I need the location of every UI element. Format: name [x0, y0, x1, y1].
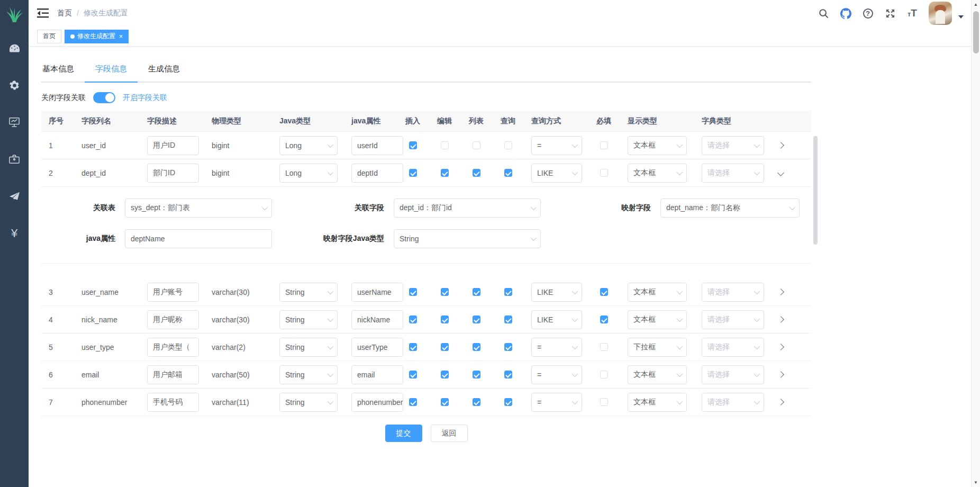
java-type-select[interactable]: String: [279, 365, 338, 384]
scrollbar-thumb[interactable]: [973, 11, 979, 53]
required-checkbox[interactable]: [600, 288, 608, 296]
edit-checkbox[interactable]: [441, 169, 449, 177]
dict-type-select[interactable]: 请选择: [702, 365, 764, 384]
html-type-select[interactable]: 下拉框: [628, 338, 687, 357]
search-button[interactable]: [814, 3, 832, 24]
required-checkbox[interactable]: [600, 371, 608, 378]
edit-checkbox[interactable]: [441, 398, 449, 406]
edit-checkbox[interactable]: [441, 141, 449, 149]
desc-input[interactable]: 用户昵称: [147, 310, 199, 329]
insert-checkbox[interactable]: [409, 141, 417, 149]
html-type-select[interactable]: 文本框: [628, 283, 687, 302]
query-checkbox[interactable]: [504, 398, 512, 406]
java-type-select[interactable]: Long: [279, 136, 338, 155]
edit-checkbox[interactable]: [441, 371, 449, 378]
edit-checkbox[interactable]: [441, 343, 449, 351]
close-icon[interactable]: ×: [119, 33, 123, 40]
help-button[interactable]: ?: [859, 3, 877, 24]
scroll-up-icon[interactable]: ▲: [972, 0, 980, 9]
html-type-select[interactable]: 文本框: [628, 136, 687, 155]
java-field-input[interactable]: userType: [351, 338, 403, 357]
list-checkbox[interactable]: [473, 141, 480, 149]
breadcrumb-home-link[interactable]: 首页: [57, 8, 72, 18]
list-checkbox[interactable]: [473, 371, 480, 378]
insert-checkbox[interactable]: [409, 343, 417, 351]
query-type-select[interactable]: =: [531, 338, 582, 357]
tag-home[interactable]: 首页: [37, 30, 61, 43]
required-checkbox[interactable]: [600, 141, 608, 149]
chevron-right-icon[interactable]: [777, 316, 784, 323]
required-checkbox[interactable]: [600, 169, 608, 177]
html-type-select[interactable]: 文本框: [628, 365, 687, 384]
required-checkbox[interactable]: [600, 343, 608, 351]
insert-checkbox[interactable]: [409, 169, 417, 177]
query-checkbox[interactable]: [504, 169, 512, 177]
java-field-input[interactable]: userName: [351, 283, 403, 302]
tab-1[interactable]: 字段信息: [85, 64, 138, 82]
avatar[interactable]: [929, 2, 952, 25]
github-link[interactable]: [837, 3, 855, 24]
query-type-select[interactable]: =: [531, 365, 582, 384]
map-java-type-select[interactable]: String: [394, 229, 541, 248]
java-type-select[interactable]: String: [279, 310, 338, 329]
chevron-right-icon[interactable]: [777, 399, 784, 405]
dict-type-select[interactable]: 请选择: [702, 283, 764, 302]
desc-input[interactable]: 部门ID: [147, 164, 199, 183]
table-scrollbar[interactable]: [813, 136, 818, 245]
query-type-select[interactable]: LIKE: [531, 283, 582, 302]
dict-type-select[interactable]: 请选择: [702, 338, 764, 357]
edit-checkbox[interactable]: [441, 288, 449, 296]
query-checkbox[interactable]: [504, 141, 512, 149]
sidebar-item-pay[interactable]: ¥: [0, 215, 29, 252]
map-field-select[interactable]: dept_name：部门名称: [660, 199, 800, 218]
fullscreen-button[interactable]: [881, 3, 899, 24]
hamburger-toggle-button[interactable]: [37, 8, 49, 19]
font-size-button[interactable]: тT: [903, 3, 921, 24]
java-field-input[interactable]: email: [351, 365, 403, 384]
rel-table-select[interactable]: sys_dept：部门表: [125, 199, 272, 218]
sidebar-item-guide[interactable]: [0, 178, 29, 215]
back-button[interactable]: 返回: [431, 425, 468, 442]
query-type-select[interactable]: LIKE: [531, 310, 582, 329]
chevron-right-icon[interactable]: [777, 371, 784, 378]
chevron-down-icon[interactable]: [958, 15, 964, 19]
list-checkbox[interactable]: [473, 343, 480, 351]
java-type-select[interactable]: Long: [279, 164, 338, 183]
query-checkbox[interactable]: [504, 371, 512, 378]
field-relation-switch[interactable]: [93, 92, 115, 103]
scroll-down-icon[interactable]: ▼: [972, 478, 980, 487]
java-field-input[interactable]: nickName: [351, 310, 403, 329]
dict-type-select[interactable]: 请选择: [702, 136, 764, 155]
query-type-select[interactable]: =: [531, 136, 582, 155]
insert-checkbox[interactable]: [409, 315, 417, 323]
rel-field-select[interactable]: dept_id：部门id: [394, 199, 541, 218]
query-type-select[interactable]: LIKE: [531, 164, 582, 183]
query-type-select[interactable]: =: [531, 393, 582, 412]
java-type-select[interactable]: String: [279, 283, 338, 302]
html-type-select[interactable]: 文本框: [628, 393, 687, 412]
dict-type-select[interactable]: 请选择: [702, 393, 764, 412]
desc-input[interactable]: 用户账号: [147, 283, 199, 302]
java-type-select[interactable]: String: [279, 393, 338, 412]
sidebar-item-monitor[interactable]: [0, 104, 29, 141]
list-checkbox[interactable]: [473, 288, 480, 296]
java-field-input[interactable]: userId: [351, 136, 403, 155]
required-checkbox[interactable]: [600, 315, 608, 323]
dict-type-select[interactable]: 请选择: [702, 164, 764, 183]
query-checkbox[interactable]: [504, 288, 512, 296]
desc-input[interactable]: 用户ID: [147, 136, 199, 155]
java-type-select[interactable]: String: [279, 338, 338, 357]
edit-checkbox[interactable]: [441, 315, 449, 323]
query-checkbox[interactable]: [504, 343, 512, 351]
query-checkbox[interactable]: [504, 315, 512, 323]
required-checkbox[interactable]: [600, 398, 608, 406]
insert-checkbox[interactable]: [409, 288, 417, 296]
app-logo[interactable]: [0, 0, 29, 30]
list-checkbox[interactable]: [473, 315, 480, 323]
dict-type-select[interactable]: 请选择: [702, 310, 764, 329]
submit-button[interactable]: 提交: [385, 425, 422, 442]
chevron-right-icon[interactable]: [777, 288, 784, 295]
list-checkbox[interactable]: [473, 398, 480, 406]
chevron-right-icon[interactable]: [777, 344, 784, 350]
sidebar-item-tool[interactable]: [0, 141, 29, 178]
